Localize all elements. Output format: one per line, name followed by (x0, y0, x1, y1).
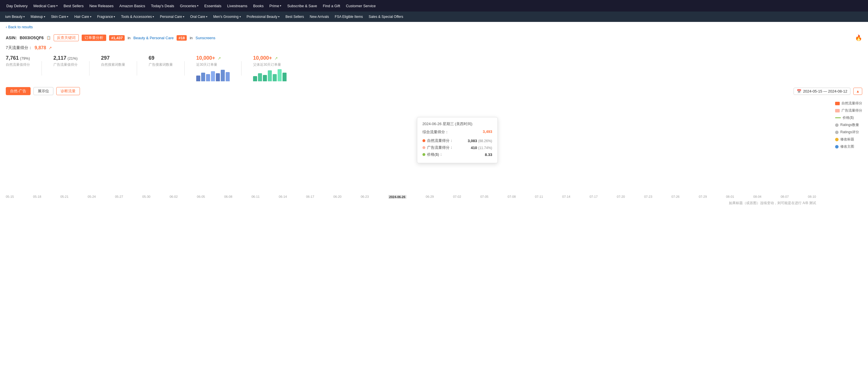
filter-row: 自然-广告 展示位 诊断流量 📅 2024-05-15 — 2024-08-12… (6, 87, 862, 95)
legend-label: Ratings数量 (840, 123, 859, 127)
sub-nav-item-makeup[interactable]: Makeup▾ (28, 11, 48, 22)
x-axis-label: 07-11 (535, 195, 543, 199)
top-nav-item-best-sellers[interactable]: Best Sellers (61, 0, 86, 11)
chevron-icon: ▾ (23, 15, 25, 18)
top-nav-item-medical-care[interactable]: Medical Care▾ (31, 0, 61, 11)
mini-bar (196, 75, 200, 81)
score-value: 9,878 (35, 45, 46, 51)
metric-sub: 自然流量值得分 (6, 62, 30, 67)
sub-nav-item-personal-care[interactable]: Personal Care▾ (157, 11, 187, 22)
main-content: ASIN: B003IO5QF6 📋 反查关键词 订单量分析 #1,437 in… (0, 32, 868, 211)
mini-bar (278, 69, 282, 81)
date-range-picker[interactable]: 📅 2024-05-15 — 2024-08-12 (794, 88, 850, 95)
sub-nav-item-new-arrivals[interactable]: New Arrivals (307, 11, 332, 22)
sub-nav-item-best-sellers[interactable]: Best Sellers (282, 11, 307, 22)
tooltip-natural-dot (423, 139, 425, 142)
x-axis-label: 07-14 (562, 195, 570, 199)
metric-sub: 近30天订单量 (196, 62, 230, 67)
chevron-icon: ▾ (280, 4, 281, 7)
legend-rect-icon (835, 102, 840, 105)
top-nav-item-todays-deals[interactable]: Today's Deals (148, 0, 177, 11)
back-link[interactable]: ‹ Back to results (0, 22, 39, 32)
order-analysis-button[interactable]: 订单量分析 (82, 35, 106, 41)
filter-display[interactable]: 展示位 (33, 87, 53, 95)
chart-container: 2024-06-26 星期三 (美西时间) 综合流量得分： 3,493 自然流量… (6, 100, 862, 192)
legend-line-icon (835, 117, 841, 118)
legend-label: 自然流量得分 (841, 101, 862, 106)
trend-icon: ↗ (274, 56, 278, 61)
metric-divider (184, 61, 185, 75)
top-nav-item-groceries[interactable]: Groceries▾ (177, 0, 202, 11)
tooltip-total-row: 综合流量得分： 3,493 (423, 129, 492, 135)
chevron-icon: ▾ (114, 15, 115, 18)
legend-item: 自然流量得分 (835, 101, 862, 106)
mini-bar (273, 74, 277, 81)
legend-label: 价格($) (843, 115, 854, 120)
tooltip-ad-value: 410 (11.74%) (471, 145, 492, 150)
x-axis-label: 06-17 (306, 195, 314, 199)
metric-value: 69 (149, 55, 154, 61)
x-axis-label: 06-08 (224, 195, 232, 199)
x-axis-label: 05-21 (60, 195, 68, 199)
sub-nav-item-mens-grooming[interactable]: Men's Grooming▾ (210, 11, 244, 22)
top-nav-item-new-releases[interactable]: New Releases (87, 0, 117, 11)
chevron-icon: ▾ (278, 15, 280, 18)
sub-nav-item-fragrance[interactable]: Fragrance▾ (94, 11, 118, 22)
footer-note: 如果标题（或首图）连续变动，则可能是在进行 A/B 测试 (6, 201, 862, 205)
chevron-icon: ▾ (206, 15, 208, 18)
chevron-icon: ▾ (90, 15, 91, 18)
legend-label: 修改主图 (840, 144, 854, 149)
sub-nav-item-ium-beauty[interactable]: ium Beauty▾ (2, 11, 28, 22)
x-axis-label: 07-08 (507, 195, 516, 199)
metric-value: 10,000+ (196, 55, 215, 61)
top-nav-item-find-a-gift[interactable]: Find a Gift (320, 0, 343, 11)
top-nav-item-books[interactable]: Books (250, 0, 266, 11)
rank-category-2[interactable]: Sunscreens (196, 36, 216, 40)
sub-nav-item-professional-beauty[interactable]: Professional Beauty▾ (244, 11, 283, 22)
mini-bar (268, 70, 272, 81)
sub-nav-item-skin-care[interactable]: Skin Care▾ (48, 11, 71, 22)
top-nav-item-prime[interactable]: Prime▾ (266, 0, 284, 11)
tooltip-price-dot (423, 153, 425, 156)
top-nav-item-day-delivery[interactable]: Day Delivery (3, 0, 31, 11)
sub-nav-item-sales--special-offers[interactable]: Sales & Special Offers (366, 11, 406, 22)
filter-diagnose[interactable]: 诊断流量 (56, 87, 80, 95)
top-nav-item-essentials[interactable]: Essentials (202, 0, 224, 11)
date-range-value: 2024-05-15 — 2024-08-12 (803, 89, 847, 93)
chevron-icon: ▾ (67, 15, 68, 18)
tooltip-price-value: 8.33 (485, 153, 492, 157)
metric-divider (241, 61, 242, 75)
sub-nav-item-hair-care[interactable]: Hair Care▾ (71, 11, 94, 22)
legend-item: 修改标题 (835, 137, 862, 142)
legend-item: Ratings数量 (835, 123, 862, 127)
tooltip-price-row: 价格($)： 8.33 (423, 152, 492, 157)
asin-value: B003IO5QF6 (20, 35, 43, 40)
tooltip-price-label: 价格($)： (423, 152, 443, 157)
top-nav-item-customer-service[interactable]: Customer Service (343, 0, 379, 11)
sub-nav-item-tools--accessories[interactable]: Tools & Accessories▾ (118, 11, 157, 22)
rank-category-1[interactable]: Beauty & Personal Care (133, 36, 174, 40)
sub-nav-item-oral-care[interactable]: Oral Care▾ (187, 11, 210, 22)
metric-sub: 父体近30天订单量 (253, 62, 286, 67)
metric-divider (137, 61, 137, 75)
copy-icon[interactable]: 📋 (46, 36, 51, 40)
metric-sub: 广告搜索词数量 (149, 62, 173, 67)
top-nav-item-amazon-basics[interactable]: Amazon Basics (116, 0, 148, 11)
sub-nav-item-fsa-eligible-items[interactable]: FSA Eligible Items (332, 11, 366, 22)
top-nav-item-livestreams[interactable]: Livestreams (224, 0, 250, 11)
legend-item: Ratings评分 (835, 130, 862, 135)
tooltip-natural-row: 自然流量得分： 3,083 (88.26%) (423, 138, 492, 143)
legend-dot-icon (835, 123, 839, 127)
top-nav-item-subscribe--save[interactable]: Subscribe & Save (284, 0, 320, 11)
x-axis-label: 07-26 (672, 195, 680, 199)
keyword-lookup-button[interactable]: 反查关键词 (54, 34, 79, 41)
rank-in-1: in (128, 36, 130, 40)
chevron-icon: ▾ (44, 15, 45, 18)
x-axis-label: 05-18 (33, 195, 41, 199)
legend-label: 修改标题 (840, 137, 854, 142)
x-axis-labels: 05-1505-1805-2105-2405-2705-3006-0206-05… (6, 195, 816, 199)
collapse-button[interactable]: ▲ (853, 88, 862, 95)
x-axis-label: 06-11 (251, 195, 259, 199)
filter-natural-ad[interactable]: 自然-广告 (6, 87, 31, 95)
trend-icon: ↗ (218, 56, 221, 61)
